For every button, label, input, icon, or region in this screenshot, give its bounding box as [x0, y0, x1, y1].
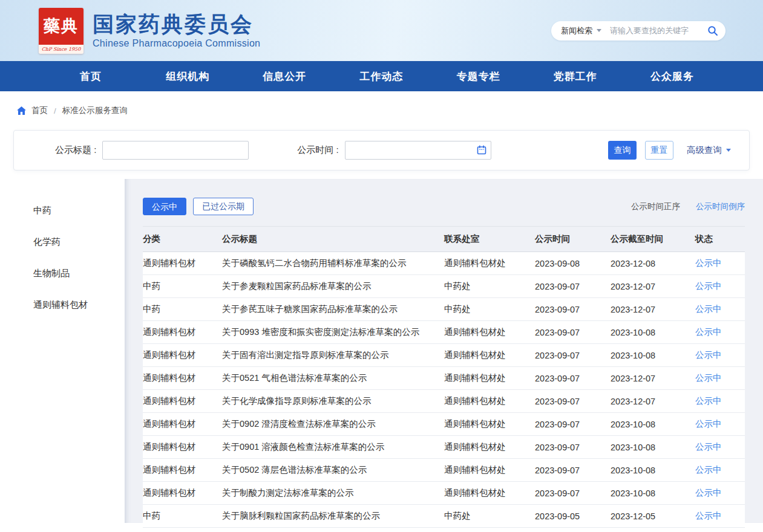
cell-end-date: 2023-10-08 [611, 344, 695, 367]
breadcrumb-home-link[interactable]: 首页 [31, 105, 48, 116]
nav-item-4[interactable]: 专题专栏 [430, 61, 527, 91]
cell-publish-date: 2023-09-05 [535, 505, 611, 528]
cell-notice-title[interactable]: 关于0521 气相色谱法标准草案的公示 [222, 367, 444, 390]
sort-descending-link[interactable]: 公示时间倒序 [696, 201, 745, 212]
notice-title-input[interactable] [102, 141, 249, 160]
cell-office: 中药处 [444, 298, 535, 321]
cell-end-date: 2023-12-07 [611, 390, 695, 413]
breadcrumb-separator: / [54, 106, 56, 115]
chevron-down-icon [726, 149, 731, 152]
nav-item-6[interactable]: 公众服务 [624, 61, 721, 91]
cell-status: 公示中 [695, 252, 745, 275]
cell-status: 公示中 [695, 321, 745, 344]
table-row: 通则辅料包材 关于化学成像指导原则标准草案的公示 通则辅料包材处 2023-09… [143, 390, 745, 413]
cell-end-date: 2023-10-08 [611, 482, 695, 505]
cell-publish-date: 2023-09-07 [535, 459, 611, 482]
nav-item-0[interactable]: 首页 [42, 61, 139, 91]
status-link[interactable]: 公示中 [695, 465, 722, 475]
cell-publish-date: 2023-09-07 [535, 344, 611, 367]
status-link[interactable]: 公示中 [695, 350, 722, 360]
nav-item-1[interactable]: 组织机构 [139, 61, 236, 91]
cell-status: 公示中 [695, 390, 745, 413]
table-row: 通则辅料包材 关于0502 薄层色谱法标准草案的公示 通则辅料包材处 2023-… [143, 459, 745, 482]
cell-status: 公示中 [695, 482, 745, 505]
search-button[interactable] [707, 25, 718, 36]
results-panel: 公示中已过公示期 公示时间正序 公示时间倒序 分类公示标题联系处室公示时间公示截… [125, 179, 763, 523]
notices-table: 分类公示标题联系处室公示时间公示截至时间状态 通则辅料包材 关于磷酸氢钙二水合物… [143, 226, 745, 528]
sort-ascending-link[interactable]: 公示时间正序 [631, 201, 680, 212]
cell-status: 公示中 [695, 505, 745, 528]
cell-status: 公示中 [695, 344, 745, 367]
status-link[interactable]: 公示中 [695, 281, 722, 291]
cell-category: 通则辅料包材 [143, 413, 222, 436]
table-row: 中药 关于脑脉利颗粒国家药品标准草案的公示 中药处 2023-09-05 202… [143, 505, 745, 528]
table-row: 通则辅料包材 关于0902 澄清度检查法标准草案的公示 通则辅料包材处 2023… [143, 413, 745, 436]
cell-publish-date: 2023-09-07 [535, 413, 611, 436]
cell-category: 通则辅料包材 [143, 390, 222, 413]
cell-category: 中药 [143, 298, 222, 321]
cell-notice-title[interactable]: 关于脑脉利颗粒国家药品标准草案的公示 [222, 505, 444, 528]
cell-office: 通则辅料包材处 [444, 413, 535, 436]
cell-office: 中药处 [444, 275, 535, 298]
status-tab-1[interactable]: 已过公示期 [193, 198, 254, 215]
nav-item-2[interactable]: 信息公开 [236, 61, 333, 91]
brand-titles: 国家药典委员会 Chinese Pharmacopoeia Commission [93, 12, 260, 49]
nav-item-3[interactable]: 工作动态 [333, 61, 430, 91]
cell-notice-title[interactable]: 关于参芪五味子糖浆国家药品标准草案的公示 [222, 298, 444, 321]
cell-status: 公示中 [695, 298, 745, 321]
cell-notice-title[interactable]: 关于磷酸氢钙二水合物药用辅料标准草案的公示 [222, 252, 444, 275]
sidebar-item-0[interactable]: 中药 [0, 195, 125, 226]
cell-office: 通则辅料包材处 [444, 436, 535, 459]
cell-notice-title[interactable]: 关于0901 溶液颜色检查法标准草案的公示 [222, 436, 444, 459]
cell-publish-date: 2023-09-07 [535, 482, 611, 505]
cell-notice-title[interactable]: 关于参麦颗粒国家药品标准草案的公示 [222, 275, 444, 298]
status-tabs: 公示中已过公示期 [143, 198, 254, 215]
cell-end-date: 2023-12-05 [611, 505, 695, 528]
search-icon [707, 25, 718, 36]
cell-end-date: 2023-10-08 [611, 321, 695, 344]
notice-time-input[interactable] [345, 141, 491, 160]
cell-end-date: 2023-10-08 [611, 459, 695, 482]
cell-publish-date: 2023-09-07 [535, 298, 611, 321]
status-link[interactable]: 公示中 [695, 442, 722, 452]
column-header-0: 分类 [143, 227, 222, 252]
status-link[interactable]: 公示中 [695, 373, 722, 383]
cell-category: 通则辅料包材 [143, 344, 222, 367]
cell-end-date: 2023-12-07 [611, 275, 695, 298]
results-toolbar: 公示中已过公示期 公示时间正序 公示时间倒序 [143, 198, 745, 215]
cell-notice-title[interactable]: 关于制酸力测定法标准草案的公示 [222, 482, 444, 505]
pharmacopoeia-seal-logo: 藥典 ChP Since 1950 [39, 8, 84, 54]
table-row: 通则辅料包材 关于磷酸氢钙二水合物药用辅料标准草案的公示 通则辅料包材处 202… [143, 252, 745, 275]
cell-notice-title[interactable]: 关于固有溶出测定指导原则标准草案的公示 [222, 344, 444, 367]
status-link[interactable]: 公示中 [695, 304, 722, 314]
status-link[interactable]: 公示中 [695, 327, 722, 337]
sidebar-item-2[interactable]: 生物制品 [0, 258, 125, 289]
home-icon[interactable] [17, 106, 26, 115]
column-header-4: 公示截至时间 [611, 227, 695, 252]
cell-notice-title[interactable]: 关于0902 澄清度检查法标准草案的公示 [222, 413, 444, 436]
cell-status: 公示中 [695, 367, 745, 390]
status-link[interactable]: 公示中 [695, 419, 722, 429]
reset-button[interactable]: 重置 [645, 141, 673, 160]
header-search-input[interactable] [609, 25, 704, 36]
cell-notice-title[interactable]: 关于0993 堆密度和振实密度测定法标准草案的公示 [222, 321, 444, 344]
cell-notice-title[interactable]: 关于0502 薄层色谱法标准草案的公示 [222, 459, 444, 482]
chevron-down-icon [597, 29, 601, 32]
calendar-icon[interactable] [477, 145, 486, 155]
cell-status: 公示中 [695, 436, 745, 459]
sidebar-item-1[interactable]: 化学药 [0, 226, 125, 258]
status-link[interactable]: 公示中 [695, 258, 722, 268]
cell-notice-title[interactable]: 关于化学成像指导原则标准草案的公示 [222, 390, 444, 413]
search-category-select[interactable]: 新闻检索 [561, 25, 601, 36]
status-link[interactable]: 公示中 [695, 511, 722, 521]
advanced-query-label: 高级查询 [687, 144, 722, 156]
status-link[interactable]: 公示中 [695, 396, 722, 406]
nav-item-5[interactable]: 党群工作 [527, 61, 624, 91]
cell-category: 通则辅料包材 [143, 367, 222, 390]
query-button[interactable]: 查询 [608, 141, 637, 160]
advanced-query-button[interactable]: 高级查询 [683, 144, 735, 157]
status-link[interactable]: 公示中 [695, 488, 722, 498]
status-tab-0[interactable]: 公示中 [143, 198, 186, 215]
sidebar-item-3[interactable]: 通则辅料包材 [0, 289, 125, 320]
cell-office: 通则辅料包材处 [444, 390, 535, 413]
